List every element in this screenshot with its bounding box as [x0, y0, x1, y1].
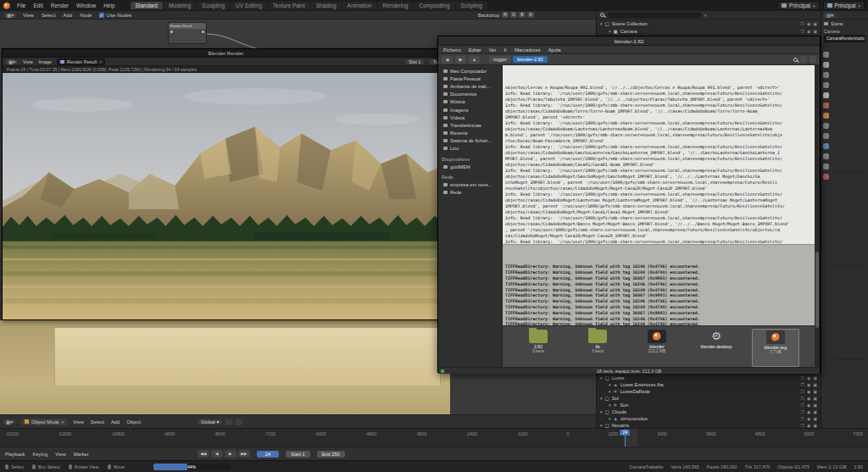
camera-property-value[interactable]: CamaraRenderizador — [824, 35, 865, 42]
sidebar-place-item[interactable]: Dispositivos — [438, 155, 502, 163]
properties-tab-icon[interactable] — [823, 72, 829, 78]
disable-render-icon[interactable]: ▣ — [813, 389, 817, 394]
hide-viewport-icon[interactable]: ◉ — [807, 382, 810, 387]
outliner-row[interactable]: ▾ Scene Collection ☐ ◉ ▣ — [597, 19, 821, 27]
properties-tab-icon[interactable] — [823, 62, 829, 68]
hide-viewport-icon[interactable]: ◉ — [807, 21, 810, 26]
properties-tab-icon[interactable] — [823, 82, 829, 88]
file-item[interactable]: ⚙ blender.svg 7,7 kB — [752, 329, 799, 367]
disclosure-icon[interactable]: ▾ — [600, 21, 603, 26]
snap-magnet-icon[interactable] — [225, 419, 232, 425]
file-manager-menu-item[interactable]: Editar — [469, 47, 481, 53]
playback-menu-item[interactable]: View — [55, 452, 65, 457]
disable-render-icon[interactable]: ▣ — [813, 382, 817, 387]
properties-tab-icon[interactable] — [823, 143, 829, 149]
orientation-selector[interactable]: Global ▾ — [198, 419, 222, 425]
workspace-tab[interactable]: Scripting — [456, 2, 487, 9]
disable-render-icon[interactable]: ▣ — [813, 409, 817, 414]
hide-viewport-icon[interactable]: ◉ — [807, 29, 810, 34]
disclosure-icon[interactable]: ▾ — [600, 409, 603, 414]
image-selector[interactable]: Render Result × — [57, 58, 105, 65]
render-window-title[interactable]: Blender Render — [3, 49, 449, 58]
file-manager-menu-item[interactable]: Ficheiro — [443, 47, 461, 53]
file-manager-menu-item[interactable]: Ir — [504, 47, 507, 53]
file-manager-menu-item[interactable]: Ver — [489, 47, 497, 53]
disclosure-icon[interactable]: ▾ — [609, 403, 611, 408]
properties-tab-icon[interactable] — [823, 133, 829, 139]
compositor-menu-item[interactable]: Node — [80, 13, 92, 18]
sidebar-place-item[interactable]: Documentos — [438, 91, 502, 98]
properties-tab-icon[interactable] — [823, 113, 829, 119]
backdrop-label[interactable]: Backdrop — [478, 13, 499, 18]
transport-button[interactable]: ▶ — [225, 450, 236, 458]
outliner-row[interactable]: ▾ cirrocumulus ☐ ◉ ▣ — [597, 415, 821, 422]
viewport-menu-item[interactable]: Select — [91, 419, 104, 425]
scene-selector[interactable]: Principal ▾ — [777, 1, 819, 10]
checkbox-icon[interactable]: ☐ — [800, 396, 804, 401]
compositor-menu-item[interactable]: View — [23, 13, 34, 18]
outliner-row[interactable]: ▾ Camara ☐ ◉ ▣ — [597, 27, 821, 35]
file-item[interactable]: ⚙ blender 213,2 MB — [633, 329, 681, 367]
viewport-menu-item[interactable]: View — [73, 419, 83, 425]
checkbox-icon[interactable]: ☐ — [800, 375, 804, 380]
hide-viewport-icon[interactable]: ◉ — [807, 403, 810, 408]
back-button[interactable]: ◀ — [442, 56, 453, 64]
workspace-tab[interactable]: Texture Paint — [268, 2, 310, 9]
sidebar-place-item[interactable]: Recente — [438, 130, 502, 137]
disable-render-icon[interactable]: ▣ — [813, 29, 817, 34]
forward-button[interactable]: ▶ — [455, 56, 466, 64]
disclosure-icon[interactable]: ▾ — [609, 389, 611, 394]
sidebar-place-item[interactable]: goldMEM — [438, 163, 502, 170]
channel-button[interactable]: R — [502, 12, 509, 18]
node-output-socket-icon[interactable] — [202, 31, 204, 33]
compositor-menu-item[interactable]: Select — [42, 13, 56, 18]
sidebar-place-item[interactable]: Meu Computador — [438, 67, 502, 75]
up-button[interactable]: ▲ — [469, 56, 480, 64]
search-icon[interactable] — [793, 58, 798, 62]
workspace-tab[interactable]: UV Editing — [231, 2, 267, 9]
editor-type-button[interactable]: ▦▾ — [4, 13, 16, 18]
topbar-menu-item[interactable]: Window — [76, 3, 96, 8]
workspace-tab[interactable]: Shading — [311, 2, 342, 9]
sidebar-place-item[interactable]: Pasta Pessoal — [438, 75, 502, 82]
channel-button[interactable]: A — [527, 12, 534, 18]
sidebar-place-item[interactable]: Vídeos — [438, 114, 502, 121]
disclosure-icon[interactable]: ▾ — [600, 375, 603, 380]
outliner-row[interactable]: ▾ Novairis ☐ ◉ ▣ — [597, 422, 821, 428]
outliner-row[interactable]: ▾ Luzes ☐ ◉ ▣ — [597, 375, 821, 381]
outliner-row[interactable]: ▾ Sun ☐ ◉ ▣ — [597, 402, 821, 408]
editor-type-button[interactable]: ▦▾ — [3, 419, 15, 425]
disable-render-icon[interactable]: ▣ — [813, 416, 817, 421]
disclosure-icon[interactable]: ▾ — [600, 396, 603, 401]
node-input-socket-icon[interactable] — [170, 31, 173, 33]
hide-viewport-icon[interactable]: ◉ — [807, 416, 810, 421]
disable-render-icon[interactable]: ▣ — [813, 21, 817, 26]
properties-tab-icon[interactable] — [823, 153, 829, 159]
window-title[interactable]: blender-2.82 — [438, 36, 820, 46]
sidebar-place-item[interactable]: empresa em nuve... — [438, 181, 502, 189]
disclosure-icon[interactable]: ▾ — [609, 382, 611, 387]
sidebar-place-item[interactable]: Sistema de ficheir... — [438, 137, 502, 145]
properties-tab-icon[interactable] — [823, 174, 829, 180]
compositor-node[interactable]: Render Result — [168, 22, 207, 44]
slot-selector[interactable]: Slot 1 — [405, 59, 424, 64]
properties-tab-icon[interactable] — [823, 103, 829, 108]
image-menu-item[interactable]: Image — [39, 59, 52, 64]
breadcrumb-segment[interactable]: blender-2.82 — [513, 56, 548, 63]
outliner-row[interactable]: ▾ Clouds ☐ ◉ ▣ — [597, 408, 821, 415]
editor-type-button[interactable]: ▤▾ — [824, 13, 836, 18]
outliner-row[interactable]: ▾ Sol ☐ ◉ ▣ — [597, 395, 821, 402]
outliner-row[interactable]: ▾ Luzes Exteriores.lha ☐ ◉ ▣ — [597, 381, 821, 388]
filter-icon[interactable]: ▾ — [704, 13, 707, 18]
file-item[interactable]: ⚙ 2.82 3 itens — [515, 329, 562, 367]
checkbox-icon[interactable]: ☐ — [800, 29, 804, 34]
sidebar-place-item[interactable]: Rede — [438, 189, 502, 197]
proportional-edit-icon[interactable] — [236, 419, 242, 425]
sidebar-place-item[interactable]: Transferências — [438, 121, 502, 129]
hide-viewport-icon[interactable]: ◉ — [807, 409, 810, 414]
current-frame-badge[interactable]: 24 — [620, 430, 630, 436]
sidebar-place-item[interactable]: Imagens — [438, 106, 502, 114]
playback-menu-item[interactable]: Marker — [74, 452, 89, 457]
properties-tab-icon[interactable] — [823, 164, 829, 169]
transport-button[interactable]: ◀ — [211, 450, 223, 458]
